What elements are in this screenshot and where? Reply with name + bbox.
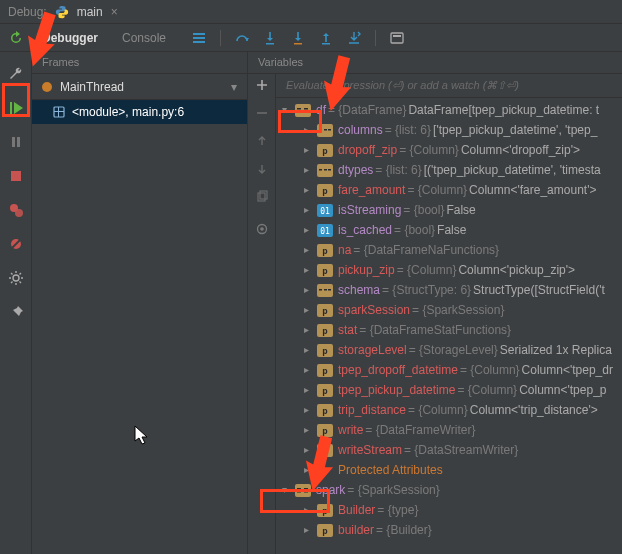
copy-icon[interactable] [255,190,269,204]
svg-text:p: p [322,366,328,376]
variable-row[interactable]: ▸Protected Attributes [276,460,622,480]
variable-row[interactable]: ▸pwriteStream = {DataStreamWriter} [276,440,622,460]
caret-right-icon[interactable]: ▸ [304,240,314,260]
view-breakpoints-icon[interactable] [8,202,24,218]
caret-right-icon[interactable]: ▸ [304,360,314,380]
variable-row[interactable]: ▸ppickup_zip = {Column} Column<'pickup_z… [276,260,622,280]
frame-icon [52,105,66,119]
variable-row[interactable]: ▸schema = {StructType: 6} StructType([St… [276,280,622,300]
settings-icon[interactable] [8,270,24,286]
variable-row[interactable]: ▸pwrite = {DataFrameWriter} [276,420,622,440]
caret-right-icon[interactable]: ▸ [304,400,314,420]
svg-text:p: p [322,346,328,356]
frames-panel: Frames MainThread ▾ <module>, main.py:6 [32,52,248,554]
variable-row[interactable]: ▾spark = {SparkSession} [276,480,622,500]
variable-row[interactable]: ▸dtypes = {list: 6} [('tpep_pickup_datet… [276,160,622,180]
variable-row[interactable]: ▸pstat = {DataFrameStatFunctions} [276,320,622,340]
variable-row[interactable]: ▸01is_cached = {bool} False [276,220,622,240]
caret-right-icon[interactable]: ▸ [304,420,314,440]
up-icon[interactable] [255,134,269,148]
variable-row[interactable]: ▸ptrip_distance = {Column} Column<'trip_… [276,400,622,420]
frame-text: <module>, main.py:6 [72,105,184,119]
run-to-cursor-icon[interactable] [347,31,361,45]
svg-rect-71 [304,488,308,490]
wrench-icon[interactable] [8,66,24,82]
field-icon: p [317,504,333,517]
tab-debugger[interactable]: Debugger [36,29,104,47]
caret-right-icon[interactable]: ▸ [304,380,314,400]
pin-icon[interactable] [8,304,24,320]
step-over-icon[interactable] [235,31,249,45]
variable-row[interactable]: ▾df = {DataFrame} DataFrame[tpep_pickup_… [276,100,622,120]
variable-row[interactable]: ▸pdropoff_zip = {Column} Column<'dropoff… [276,140,622,160]
debug-toolbar: Debugger Console [0,24,622,52]
field-icon [317,164,333,177]
remove-watch-icon[interactable] [255,106,269,120]
caret-right-icon[interactable]: ▸ [304,140,314,160]
thread-selector[interactable]: MainThread ▾ [32,74,247,100]
rerun-button[interactable] [8,30,24,46]
down-icon[interactable] [255,162,269,176]
variable-row[interactable]: ▸psparkSession = {SparkSession} [276,300,622,320]
close-tab-icon[interactable]: × [111,5,118,19]
svg-rect-31 [328,129,331,131]
caret-right-icon[interactable]: ▸ [304,460,314,480]
var-name: write [338,420,363,440]
variable-row[interactable]: ▸pstorageLevel = {StorageLevel} Serializ… [276,340,622,360]
variable-row[interactable]: ▸ptpep_dropoff_datetime = {Column} Colum… [276,360,622,380]
field-icon: p [317,264,333,277]
var-name: trip_distance [338,400,406,420]
python-icon [55,5,69,19]
svg-text:01: 01 [320,207,330,216]
svg-rect-25 [297,111,301,113]
caret-right-icon[interactable]: ▸ [304,500,314,520]
caret-right-icon[interactable]: ▸ [304,320,314,340]
variable-row[interactable]: ▸pna = {DataFrameNaFunctions} [276,240,622,260]
step-into-my-icon[interactable] [291,31,305,45]
caret-right-icon[interactable]: ▸ [304,220,314,240]
tab-console[interactable]: Console [116,29,172,47]
caret-right-icon[interactable]: ▸ [304,280,314,300]
svg-rect-27 [304,111,308,113]
svg-text:p: p [322,266,328,276]
caret-right-icon[interactable]: ▸ [304,180,314,200]
resume-button[interactable] [8,100,24,116]
caret-right-icon[interactable]: ▸ [304,520,314,540]
caret-right-icon[interactable]: ▸ [304,260,314,280]
field-icon: 01 [317,224,333,237]
mute-breakpoints-icon[interactable] [8,236,24,252]
variable-row[interactable]: ▸01isStreaming = {bool} False [276,200,622,220]
watches-view-icon[interactable] [255,222,269,236]
evaluate-input[interactable]: Evaluate expression (⏎) or add a watch (… [276,74,622,98]
add-watch-icon[interactable] [255,78,269,92]
threads-icon[interactable] [192,31,206,45]
caret-right-icon[interactable]: ▸ [304,200,314,220]
evaluate-expression-icon[interactable] [390,31,404,45]
file-tab[interactable]: main [77,5,103,19]
step-into-icon[interactable] [263,31,277,45]
caret-down-icon[interactable]: ▾ [282,100,292,120]
step-out-icon[interactable] [319,31,333,45]
var-name: Builder [338,500,375,520]
stop-button[interactable] [8,168,24,184]
var-name: fare_amount [338,180,405,200]
svg-rect-8 [10,102,12,114]
svg-rect-51 [328,289,331,291]
variable-row[interactable]: ▸pbuilder = {Builder} [276,520,622,540]
caret-down-icon[interactable]: ▾ [282,480,292,500]
caret-right-icon[interactable]: ▸ [304,160,314,180]
svg-point-13 [15,209,23,217]
stack-frame[interactable]: <module>, main.py:6 [32,100,247,124]
caret-right-icon[interactable]: ▸ [304,340,314,360]
var-name: Protected Attributes [338,460,443,480]
variable-row[interactable]: ▸pBuilder = {type} [276,500,622,520]
caret-right-icon[interactable]: ▸ [304,440,314,460]
var-name: stat [338,320,357,340]
caret-right-icon[interactable]: ▸ [304,120,314,140]
pause-button[interactable] [8,134,24,150]
variable-row[interactable]: ▸columns = {list: 6} ['tpep_pickup_datet… [276,120,622,140]
variable-row[interactable]: ▸pfare_amount = {Column} Column<'fare_am… [276,180,622,200]
caret-right-icon[interactable]: ▸ [304,300,314,320]
variable-row[interactable]: ▸ptpep_pickup_datetime = {Column} Column… [276,380,622,400]
var-name: na [338,240,351,260]
